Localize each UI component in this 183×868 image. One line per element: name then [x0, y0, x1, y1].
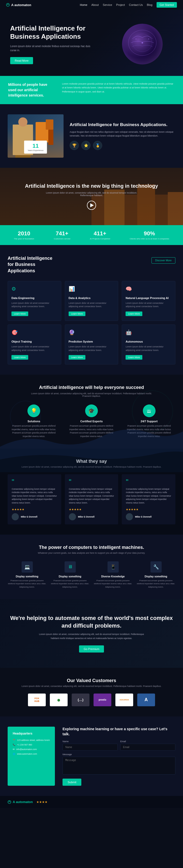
play-icon [90, 203, 94, 207]
nav-home[interactable]: Home [80, 3, 87, 6]
nav-service[interactable]: Service [103, 3, 112, 6]
industrial-description: Lorem ipsum dolor sit amet, consectetur … [41, 191, 142, 197]
svg-point-19 [10, 401, 41, 431]
svg-point-20 [132, 391, 173, 431]
industrial-title: Artificial Intelligence is the new big t… [10, 183, 173, 189]
svg-point-0 [6, 3, 9, 6]
nav-about[interactable]: About [92, 3, 99, 6]
automate-section: We're helping to automate some of the wo… [0, 599, 183, 668]
navigation: A automaton Home About Service Project C… [0, 0, 183, 10]
nav-links: Home About Service Project Contact Us Bl… [80, 2, 177, 8]
logo: A automaton [6, 3, 31, 7]
nav-cta-button[interactable]: Get Started [156, 2, 177, 8]
go-premium-button[interactable]: Go Premium [79, 645, 104, 653]
play-button[interactable] [87, 201, 96, 210]
nav-contact[interactable]: Contact Us [129, 3, 143, 6]
nav-blog[interactable]: Blog [147, 3, 152, 6]
nav-project[interactable]: Project [116, 3, 125, 6]
automate-description: Lorem ipsum dolor sit amet, consectetur … [38, 632, 145, 640]
automate-title: We're helping to automate some of the wo… [10, 614, 173, 629]
